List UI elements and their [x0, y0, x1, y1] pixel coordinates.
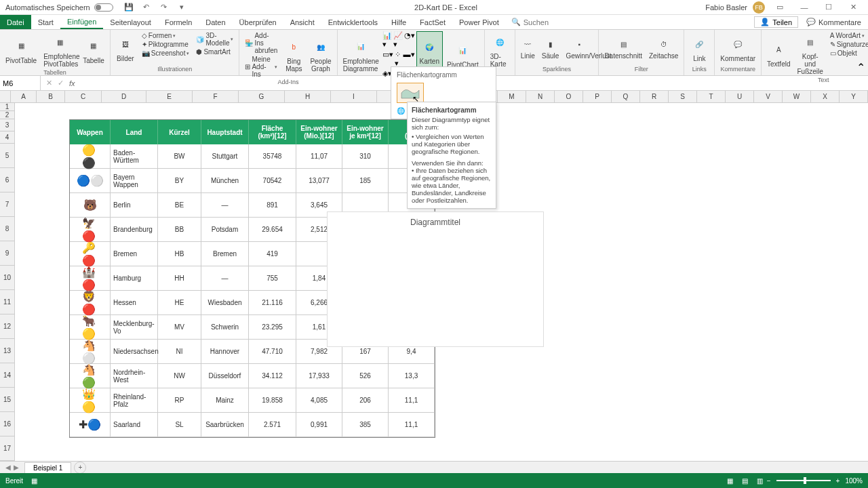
redo-icon[interactable]: ↷: [159, 3, 169, 12]
table-cell[interactable]: 2.571: [249, 413, 296, 436]
column-header[interactable]: G: [239, 91, 285, 103]
column-header[interactable]: N: [526, 91, 555, 103]
table-cell[interactable]: 11,07: [296, 144, 342, 168]
table-cell[interactable]: Mecklenburg-Vo: [111, 315, 158, 339]
table-cell[interactable]: Nordrhein-West: [111, 364, 158, 388]
table-cell[interactable]: BE: [158, 193, 201, 217]
comment-button[interactable]: 💬Kommentar: [717, 31, 758, 66]
table-cell[interactable]: Hessen: [111, 291, 158, 314]
menu-file[interactable]: Datei: [0, 15, 31, 29]
page-break-view-icon[interactable]: ▥: [753, 475, 767, 486]
column-header[interactable]: E: [146, 91, 193, 103]
menu-factset[interactable]: FactSet: [413, 15, 452, 29]
row-header[interactable]: 12: [0, 314, 15, 339]
menu-start[interactable]: Start: [31, 15, 60, 29]
link-button[interactable]: 🔗Link: [687, 31, 711, 66]
table-cell[interactable]: München: [201, 169, 249, 192]
page-layout-view-icon[interactable]: ▤: [738, 475, 752, 486]
row-header[interactable]: 5: [0, 144, 15, 168]
table-row[interactable]: 🟡⚫Baden-WürttemBWStuttgart3574811,07310: [70, 144, 435, 169]
name-box[interactable]: M6: [0, 76, 41, 90]
bar-chart-icon[interactable]: 📊▾: [382, 31, 392, 49]
table-header-cell[interactable]: Kürzel: [158, 120, 201, 144]
search-box[interactable]: 🔍: [506, 15, 583, 29]
table-cell[interactable]: 34.112: [249, 364, 296, 388]
table-cell[interactable]: 🐴🟢: [70, 364, 111, 388]
row-header[interactable]: 9: [0, 241, 15, 266]
column-header[interactable]: Y: [840, 91, 868, 103]
column-header[interactable]: B: [37, 91, 65, 103]
table-cell[interactable]: Düsseldorf: [201, 364, 249, 388]
menu-entwicklertools[interactable]: Entwicklertools: [321, 15, 384, 29]
table-cell[interactable]: Berlin: [111, 193, 158, 217]
menu-daten[interactable]: Daten: [199, 15, 232, 29]
column-header[interactable]: A: [11, 91, 37, 103]
column-header[interactable]: R: [640, 91, 669, 103]
smartart-button[interactable]: ⬢SmartArt: [193, 47, 236, 56]
table-cell[interactable]: 891: [249, 193, 296, 217]
table-cell[interactable]: 526: [342, 364, 389, 388]
table-cell[interactable]: Wiesbaden: [201, 291, 249, 314]
table-cell[interactable]: 🐂🟡: [70, 315, 111, 339]
table-row[interactable]: ✚🔵SaarlandSLSaarbrücken2.5710,99138511,1: [70, 413, 435, 437]
table-cell[interactable]: —: [201, 193, 249, 217]
people-graph-button[interactable]: 👥People Graph: [307, 31, 334, 79]
table-cell[interactable]: BY: [158, 169, 201, 192]
row-header[interactable]: 2: [0, 111, 15, 119]
table-cell[interactable]: 185: [342, 169, 389, 192]
column-header[interactable]: W: [783, 91, 811, 103]
my-addins-button[interactable]: ⊞Meine Add-Ins▾: [242, 55, 280, 79]
menu-ueberpruefen[interactable]: Überprüfen: [233, 15, 283, 29]
accept-formula-icon[interactable]: ✓: [58, 79, 64, 87]
pictures-button[interactable]: 🖼Bilder: [113, 31, 138, 66]
table-row[interactable]: 👑🟡Rheinland-PfalzRPMainz19.8584,08520611…: [70, 388, 435, 413]
table-cell[interactable]: 🏰🔴: [70, 266, 111, 290]
slicer-button[interactable]: ▤Datenschnitt: [601, 31, 645, 66]
table-row[interactable]: 🔵⚪Bayern WappenBYMünchen7054213,077185: [70, 169, 435, 193]
object-button[interactable]: ▭Objekt: [827, 49, 868, 58]
table-cell[interactable]: Mainz: [201, 388, 249, 412]
table-cell[interactable]: NW: [158, 364, 201, 388]
column-header[interactable]: H: [285, 91, 331, 103]
column-header[interactable]: O: [555, 91, 583, 103]
table-cell[interactable]: Hannover: [201, 340, 249, 363]
3dmap-button[interactable]: 🌐3D-Karte: [488, 31, 512, 69]
table-row[interactable]: 🐴🟢Nordrhein-WestNWDüsseldorf34.11217,933…: [70, 364, 435, 388]
maximize-icon[interactable]: ☐: [819, 1, 838, 14]
table-cell[interactable]: Saarbrücken: [201, 413, 249, 436]
table-cell[interactable]: 21.116: [249, 291, 296, 314]
menu-powerpivot[interactable]: Power Pivot: [452, 15, 506, 29]
table-cell[interactable]: SL: [158, 413, 201, 436]
pivottable-button[interactable]: ▦PivotTable: [3, 31, 39, 69]
pie-chart-icon[interactable]: ◔▾: [404, 31, 415, 49]
waterfall-chart-icon[interactable]: ▬▾: [403, 50, 415, 68]
avatar[interactable]: FB: [753, 1, 765, 14]
table-cell[interactable]: 11,1: [389, 388, 435, 412]
sparkline-winloss-button[interactable]: ▪Gewinn/Verlust: [563, 31, 595, 66]
table-cell[interactable]: 35748: [249, 144, 296, 168]
table-cell[interactable]: 🦅🔴: [70, 218, 111, 241]
get-addins-button[interactable]: 🏪Add-Ins abrufen: [242, 31, 280, 55]
table-cell[interactable]: 17,933: [296, 364, 342, 388]
autosave-toggle[interactable]: Automatisches Speichern: [0, 3, 119, 12]
sparkline-line-button[interactable]: 〰Linie: [518, 31, 538, 66]
table-cell[interactable]: HH: [158, 266, 201, 290]
shapes-button[interactable]: ◇Formen▾: [139, 31, 193, 40]
comments-button[interactable]: 💬 Kommentare: [801, 16, 867, 28]
row-header[interactable]: 15: [0, 388, 15, 412]
table-cell[interactable]: 23.295: [249, 315, 296, 339]
column-header[interactable]: Q: [612, 91, 640, 103]
table-cell[interactable]: ✚🔵: [70, 413, 111, 436]
table-cell[interactable]: 🐴⚪: [70, 340, 111, 363]
table-cell[interactable]: 0,991: [296, 413, 342, 436]
table-cell[interactable]: 🦁🔴: [70, 291, 111, 314]
row-header[interactable]: 10: [0, 266, 15, 290]
sheet-tab-1[interactable]: Beispiel 1: [24, 462, 71, 473]
zoom-out-icon[interactable]: −: [767, 477, 771, 485]
macro-record-icon[interactable]: ▦: [31, 477, 37, 485]
row-header[interactable]: 16: [0, 412, 15, 436]
table-cell[interactable]: BB: [158, 218, 201, 241]
table-cell[interactable]: HB: [158, 242, 201, 266]
menu-hilfe[interactable]: Hilfe: [384, 15, 413, 29]
table-cell[interactable]: 👑🟡: [70, 388, 111, 412]
